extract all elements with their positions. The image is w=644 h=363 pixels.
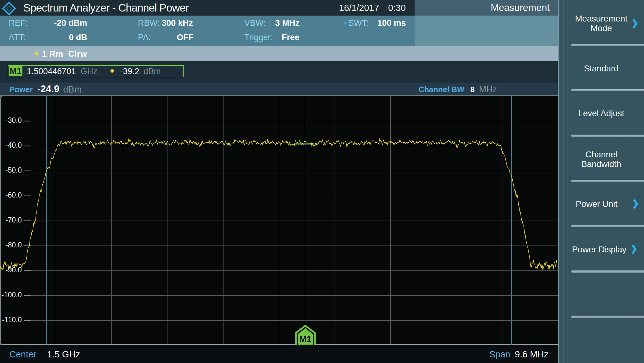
svg-text:M1: M1 xyxy=(299,334,312,344)
